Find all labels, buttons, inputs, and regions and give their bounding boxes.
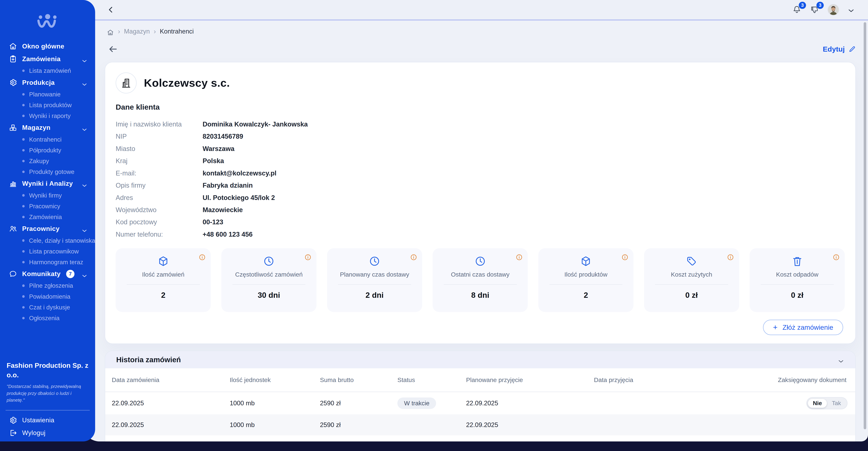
info-icon[interactable]: [304, 253, 311, 260]
home-icon[interactable]: [107, 28, 114, 35]
chevron-down-icon: [82, 80, 88, 86]
sidebar-section-zamowienia[interactable]: Zamówienia: [0, 53, 95, 65]
sidebar-item-ogloszenia[interactable]: Ogłoszenia: [0, 313, 95, 323]
toggle-option-nie[interactable]: Nie: [808, 399, 827, 408]
sidebar-item-wyniki-i-raporty[interactable]: Wyniki i raporty: [0, 111, 95, 121]
sidebar-item-cele-dzialy-stanowiska[interactable]: Cele, działy i stanowiska: [0, 235, 95, 246]
sidebar-item-lista-pracownikow[interactable]: Lista pracownikow: [0, 246, 95, 257]
field-row: KrajPolska: [116, 155, 845, 167]
gear-icon: [9, 78, 17, 87]
place-order-button[interactable]: + Złóż zamówienie: [763, 320, 843, 335]
sidebar-section-komunikaty[interactable]: Komunikaty 7: [0, 267, 95, 280]
toggle-option-tak[interactable]: Tak: [827, 399, 846, 408]
content-area: › Magazyn › Kontrahenci Edytuj Kolcze: [83, 21, 868, 442]
bullet-icon: [22, 284, 25, 287]
sidebar-item-lista-zamowien[interactable]: Lista zamówień: [0, 65, 95, 76]
info-icon[interactable]: [621, 253, 628, 260]
field-row: E-mail:kontakt@kolczewscy.pl: [116, 167, 845, 179]
bullet-icon: [22, 306, 25, 309]
company-info: Fashion Production Sp. z o.o. "Dostarcza…: [7, 361, 89, 404]
app-window: Okno główne Zamówienia Lista zamówień Pr…: [0, 0, 868, 442]
topbar: 3 3: [83, 0, 868, 21]
thumbs-down-icon[interactable]: 3: [810, 5, 819, 15]
back-arrow-button[interactable]: [108, 44, 118, 54]
stat-card-ilosc-zamowien: Ilość zamówień 2: [116, 248, 211, 312]
sidebar-item-czat-i-dyskusje[interactable]: Czat i dyskusje: [0, 302, 95, 313]
sidebar-section-produkcja[interactable]: Produkcja: [0, 76, 95, 89]
topbar-right: 3 3: [792, 4, 855, 16]
stat-card-koszt-zuzytych: Koszt zużytych 0 zł: [644, 248, 739, 312]
breadcrumb-kontrahenci: Kontrahenci: [160, 28, 194, 35]
sidebar-item-lista-produktow[interactable]: Lista produktów: [0, 100, 95, 111]
plus-icon: +: [773, 323, 778, 331]
table-row[interactable]: 22.09.2025 1000 mb 2590 zł 22.09.2025: [105, 414, 855, 435]
home-icon: [9, 42, 17, 50]
sidebar-item-wyniki-firmy[interactable]: Wyniki firmy: [0, 190, 95, 201]
info-icon[interactable]: [727, 253, 734, 260]
sidebar-item-zakupy[interactable]: Zakupy: [0, 156, 95, 166]
sidebar-item-powiadomienia[interactable]: Powiadomienia: [0, 291, 95, 302]
sidebar-item-okno-glowne[interactable]: Okno główne: [0, 40, 95, 53]
info-icon[interactable]: [410, 253, 417, 260]
table-header-row: Data zamówienia Ilość jednostek Suma bru…: [105, 368, 855, 392]
bullet-icon: [22, 250, 25, 253]
sidebar-section-pracownicy[interactable]: Pracownicy: [0, 222, 95, 235]
order-row: + Złóż zamówienie: [116, 320, 845, 335]
chevron-right-icon: ›: [154, 28, 156, 35]
sidebar-item-polprodukty[interactable]: Półprodukty: [0, 145, 95, 156]
sidebar-item-produkty-gotowe[interactable]: Produkty gotowe: [0, 166, 95, 177]
sidebar-item-pilne-zgloszenia[interactable]: Pilne zgłoszenia: [0, 280, 95, 291]
vertical-scrollbar[interactable]: [864, 22, 866, 429]
field-row: MiastoWarszawa: [116, 142, 845, 154]
order-history-title: Historia zamówień: [116, 356, 181, 364]
table-row[interactable]: 22.09.2025 1000 mb 2590 zł W trakcie 22.…: [105, 392, 855, 414]
field-row: AdresUl. Potockiego 45/lok 2: [116, 192, 845, 204]
cube-icon: [538, 255, 633, 267]
sidebar-footer: Ustawienia Wyloguj: [0, 414, 95, 439]
chevron-right-icon: ›: [118, 28, 120, 35]
user-avatar[interactable]: [828, 4, 839, 16]
logout-button[interactable]: Wyloguj: [0, 426, 95, 439]
field-row: Imię i nazwisko klientaDominika Kowalczy…: [116, 118, 845, 130]
bullet-icon: [22, 295, 25, 298]
field-row: Opis firmyFabryka dzianin: [116, 179, 845, 192]
alerts-count-badge: 3: [816, 2, 824, 9]
client-header: Kolczewscy s.c.: [116, 73, 845, 93]
chat-bubble-icon: [9, 270, 17, 278]
page-actions: Edytuj: [105, 43, 856, 55]
notifications-bell-icon[interactable]: 3: [792, 5, 802, 15]
section-title: Dane klienta: [116, 103, 845, 111]
breadcrumb-magazyn[interactable]: Magazyn: [124, 28, 150, 35]
boxes-icon: [9, 123, 17, 132]
topbar-back-button[interactable]: [107, 5, 115, 14]
sidebar-item-zamowienia-analizy[interactable]: Zamówienia: [0, 212, 95, 222]
field-row: NIP82031456789: [116, 130, 845, 142]
bar-chart-icon: [9, 179, 17, 188]
sidebar-item-planowanie[interactable]: Planowanie: [0, 89, 95, 100]
info-icon[interactable]: [833, 253, 840, 260]
sidebar-item-harmonogram[interactable]: Harmonogram teraz: [0, 257, 95, 267]
settings-button[interactable]: Ustawienia: [0, 414, 95, 426]
sidebar-section-wyniki-i-analizy[interactable]: Wyniki i Analizy: [0, 177, 95, 190]
pencil-icon: [848, 46, 856, 53]
info-icon[interactable]: [516, 253, 523, 260]
sidebar-item-pracownicy-analizy[interactable]: Pracownicy: [0, 201, 95, 212]
bullet-icon: [22, 69, 25, 72]
sidebar-item-kontrahenci[interactable]: Kontrahenci: [0, 134, 95, 145]
bullet-icon: [22, 239, 25, 242]
chevron-down-icon: [82, 271, 88, 277]
edit-button[interactable]: Edytuj: [823, 45, 856, 53]
chevron-down-icon[interactable]: [847, 6, 855, 13]
status-badge: W trakcie: [397, 397, 436, 409]
chevron-down-icon: [82, 56, 88, 62]
stat-card-czestotliwosc: Częstotliwość zamówień 30 dni: [221, 248, 316, 312]
field-row: WojewództwoMazowieckie: [116, 204, 845, 216]
document-posted-toggle[interactable]: Nie Tak: [806, 397, 848, 409]
info-icon[interactable]: [198, 253, 206, 260]
chevron-down-icon: [838, 357, 844, 363]
order-history-header[interactable]: Historia zamówień: [105, 351, 855, 368]
stat-card-koszt-odpadow: Koszt odpadów 0 zł: [750, 248, 845, 312]
bullet-icon: [22, 115, 25, 117]
sidebar: Okno główne Zamówienia Lista zamówień Pr…: [0, 0, 95, 442]
sidebar-section-magazyn[interactable]: Magazyn: [0, 121, 95, 134]
